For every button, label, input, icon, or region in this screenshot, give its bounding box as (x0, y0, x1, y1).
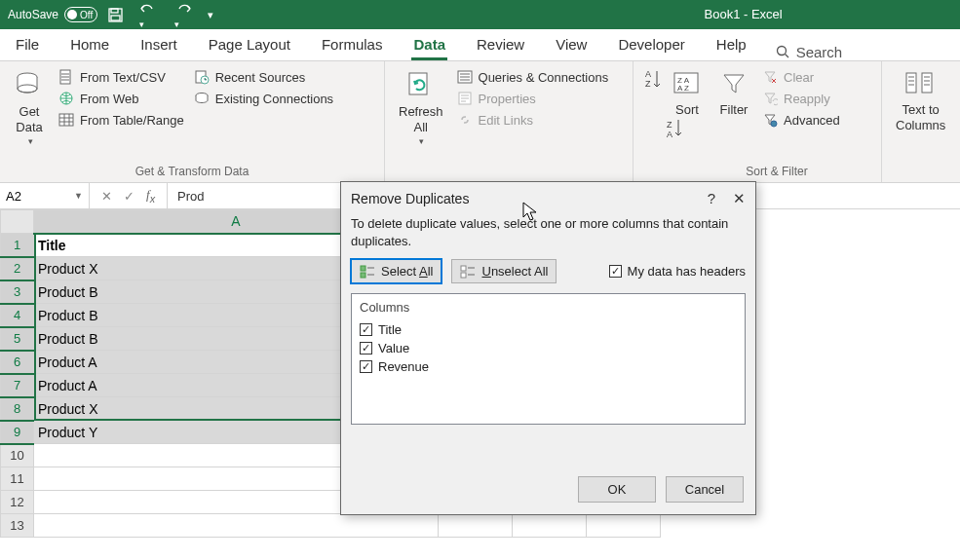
svg-rect-24 (906, 73, 916, 93)
queries-connections-button[interactable]: Queries & Connections (457, 67, 609, 87)
save-icon[interactable] (107, 7, 124, 23)
window-title: Book1 - Excel (705, 7, 783, 21)
reapply-icon (762, 91, 778, 106)
connections-icon (194, 91, 210, 106)
group-label: Get & Transform Data (10, 161, 374, 180)
recent-icon (194, 69, 210, 85)
properties-button: Properties (457, 89, 609, 108)
select-all-button[interactable]: Select All (351, 259, 442, 283)
unselect-all-icon (460, 265, 476, 279)
undo-icon[interactable]: ▾ (137, 0, 159, 30)
tab-review[interactable]: Review (475, 32, 526, 60)
sort-za-icon: ZA (665, 118, 684, 139)
autosave-toggle[interactable]: AutoSave Off (8, 7, 97, 22)
enter-icon[interactable]: ✓ (124, 189, 134, 204)
sort-az-button[interactable]: AZ (643, 67, 663, 120)
column-checkbox[interactable]: ✓Title (360, 320, 737, 339)
sort-za-button[interactable]: ZA (665, 118, 684, 141)
file-icon (58, 69, 74, 85)
from-text-csv-button[interactable]: From Text/CSV (58, 67, 184, 87)
svg-text:Z: Z (667, 120, 672, 130)
column-checkbox[interactable]: ✓Value (360, 339, 737, 357)
database-icon (14, 69, 45, 100)
svg-point-3 (777, 47, 786, 56)
refresh-all-button[interactable]: Refresh All▾ (395, 67, 447, 149)
text-to-columns-icon (904, 69, 938, 98)
cell[interactable] (439, 514, 513, 538)
tab-home[interactable]: Home (68, 32, 111, 60)
svg-rect-28 (461, 266, 466, 271)
tab-data[interactable]: Data (411, 32, 447, 60)
svg-text:A: A (667, 130, 672, 139)
unselect-all-button[interactable]: Unselect All (451, 259, 557, 283)
qat-customize-icon[interactable]: ▾ (208, 9, 213, 21)
advanced-icon (762, 112, 778, 128)
tab-formulas[interactable]: Formulas (320, 32, 385, 60)
tab-insert[interactable]: Insert (138, 32, 179, 60)
recent-sources-button[interactable]: Recent Sources (194, 67, 333, 87)
existing-connections-button[interactable]: Existing Connections (194, 89, 333, 108)
tell-me-search[interactable]: Search (776, 44, 843, 60)
globe-icon (58, 91, 74, 106)
svg-rect-25 (922, 73, 932, 93)
cancel-button[interactable]: Cancel (666, 476, 744, 503)
close-icon[interactable]: ✕ (733, 190, 746, 207)
list-icon (457, 69, 473, 85)
search-icon (776, 45, 790, 59)
svg-text:A Z: A Z (677, 84, 689, 93)
sort-az-icon: AZ (643, 67, 663, 93)
help-icon[interactable]: ? (708, 190, 715, 207)
cell[interactable] (513, 514, 587, 538)
column-checkbox[interactable]: ✓Revenue (360, 357, 737, 376)
remove-duplicates-dialog: Remove Duplicates ? ✕ To delete duplicat… (340, 181, 756, 515)
clear-filter-button: Clear (762, 67, 840, 87)
my-data-has-headers-checkbox[interactable]: ✓ My data has headers (609, 264, 746, 279)
tab-file[interactable]: File (14, 32, 41, 60)
ok-button[interactable]: OK (578, 476, 656, 503)
tab-view[interactable]: View (554, 32, 589, 60)
autosave-label: AutoSave (8, 8, 58, 21)
name-box[interactable]: A2▼ (0, 183, 90, 208)
tab-help[interactable]: Help (714, 32, 749, 60)
get-data-button[interactable]: Get Data▾ (10, 67, 49, 149)
refresh-icon (405, 69, 437, 100)
properties-icon (457, 91, 473, 106)
svg-rect-2 (111, 16, 120, 20)
dialog-title: Remove Duplicates (351, 191, 469, 206)
tab-developer[interactable]: Developer (616, 32, 686, 60)
group-label: Sort & Filter (643, 161, 871, 180)
link-icon (457, 112, 473, 128)
cancel-icon[interactable]: ✕ (101, 189, 112, 204)
text-to-columns-button[interactable]: Text to Columns (892, 67, 949, 134)
sort-icon: Z AA Z (672, 69, 702, 98)
title-bar: AutoSave Off ▾ ▾ ▾ Book1 - Excel (0, 0, 960, 29)
table-row[interactable]: 13 (1, 514, 661, 538)
tab-page-layout[interactable]: Page Layout (207, 32, 292, 60)
svg-rect-29 (461, 273, 466, 278)
svg-text:A: A (645, 69, 651, 79)
cell[interactable] (587, 514, 661, 538)
svg-rect-1 (111, 9, 118, 13)
redo-icon[interactable]: ▾ (173, 0, 194, 30)
formula-input[interactable]: Prod (168, 189, 213, 204)
svg-rect-9 (59, 114, 73, 126)
from-web-button[interactable]: From Web (58, 89, 184, 108)
ribbon: Get Data▾ From Text/CSV From Web From Ta… (0, 61, 960, 183)
svg-line-4 (785, 55, 788, 58)
filter-button[interactable]: Filter (715, 67, 752, 141)
funnel-icon (719, 69, 749, 98)
clear-icon (762, 69, 778, 85)
menu-bar: File Home Insert Page Layout Formulas Da… (0, 29, 960, 61)
cell[interactable] (34, 514, 439, 538)
svg-text:Z: Z (645, 79, 651, 89)
sort-button[interactable]: Z AA ZSort (669, 67, 706, 120)
edit-links-button: Edit Links (457, 110, 609, 130)
from-table-button[interactable]: From Table/Range (58, 110, 184, 130)
table-icon (58, 112, 74, 128)
fx-icon[interactable]: fx (146, 187, 155, 205)
svg-rect-27 (361, 273, 365, 278)
advanced-filter-button[interactable]: Advanced (762, 110, 840, 130)
svg-point-23 (771, 121, 777, 127)
dialog-instruction: To delete duplicate values, select one o… (341, 211, 755, 259)
reapply-button: Reapply (762, 89, 840, 108)
